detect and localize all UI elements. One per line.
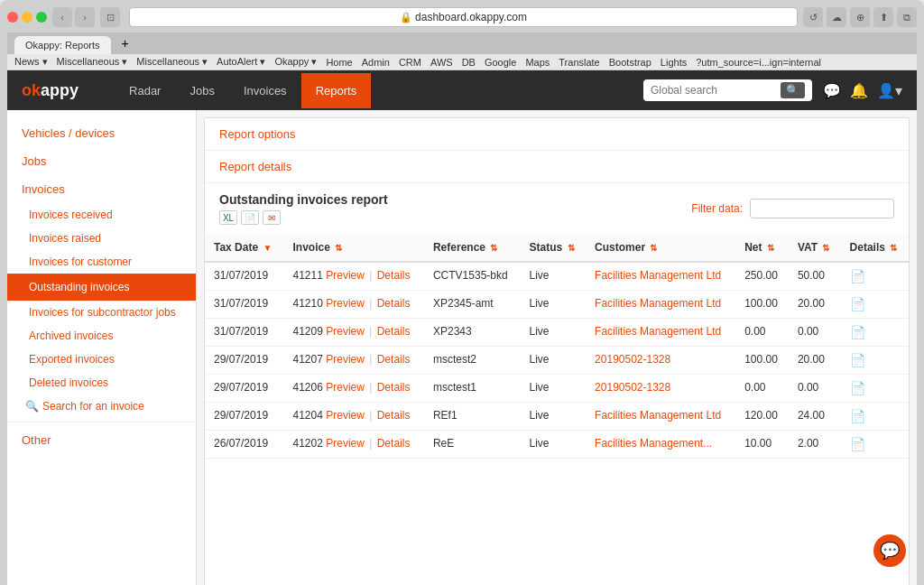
invoice-details-link[interactable]: Details bbox=[377, 381, 411, 394]
doc-icon[interactable]: 📄 bbox=[850, 297, 865, 311]
cloud-button[interactable]: ☁ bbox=[827, 7, 846, 27]
doc-icon[interactable]: 📄 bbox=[850, 409, 865, 423]
chat-icon[interactable]: 💬 bbox=[823, 82, 841, 99]
new-tab-button[interactable]: + bbox=[115, 32, 136, 54]
invoice-preview-link[interactable]: Preview bbox=[326, 269, 365, 282]
invoice-details-link[interactable]: Details bbox=[377, 297, 411, 310]
invoice-preview-link[interactable]: Preview bbox=[326, 409, 365, 422]
col-net[interactable]: Net ⇅ bbox=[735, 234, 789, 262]
invoice-details-link[interactable]: Details bbox=[377, 325, 411, 338]
col-status[interactable]: Status ⇅ bbox=[520, 234, 586, 262]
bookmark-home[interactable]: Home bbox=[326, 56, 352, 68]
share-button[interactable]: ⬆ bbox=[873, 7, 893, 27]
bookmark-crm[interactable]: CRM bbox=[399, 56, 421, 68]
bookmark-admin[interactable]: Admin bbox=[362, 56, 390, 68]
bookmark-maps[interactable]: Maps bbox=[525, 56, 550, 68]
sidebar-item-invoices-raised[interactable]: Invoices raised bbox=[7, 227, 196, 250]
invoice-preview-link[interactable]: Preview bbox=[326, 325, 365, 338]
active-tab[interactable]: Okappy: Reports bbox=[14, 36, 111, 54]
search-input[interactable] bbox=[651, 84, 777, 97]
nav-reports[interactable]: Reports bbox=[301, 73, 372, 108]
sidebar-item-search-invoice[interactable]: 🔍 Search for an invoice bbox=[7, 395, 196, 418]
export-xl-button[interactable]: XL bbox=[219, 210, 237, 225]
cell-customer: Facilities Management Ltd bbox=[586, 319, 735, 347]
user-menu-icon[interactable]: 👤▾ bbox=[877, 82, 902, 99]
col-details[interactable]: Details ⇅ bbox=[841, 234, 909, 262]
invoice-details-link[interactable]: Details bbox=[377, 353, 411, 366]
invoice-details-link[interactable]: Details bbox=[377, 437, 411, 450]
export-email-button[interactable]: ✉ bbox=[263, 210, 281, 225]
customer-link[interactable]: Facilities Management Ltd bbox=[595, 409, 721, 422]
chat-bubble[interactable]: 💬 bbox=[873, 534, 906, 567]
col-vat[interactable]: VAT ⇅ bbox=[789, 234, 841, 262]
col-invoice[interactable]: Invoice ⇅ bbox=[284, 234, 424, 262]
customer-link[interactable]: Facilities Management... bbox=[595, 437, 712, 450]
customer-link[interactable]: Facilities Management Ltd bbox=[595, 325, 721, 338]
col-tax-date[interactable]: Tax Date ▼ bbox=[205, 234, 284, 262]
bookmark-misc2[interactable]: Miscellaneous ▾ bbox=[136, 56, 208, 68]
bookmark-news[interactable]: News ▾ bbox=[14, 56, 48, 68]
sidebar-section-other[interactable]: Other bbox=[7, 426, 196, 454]
col-customer[interactable]: Customer ⇅ bbox=[586, 234, 735, 262]
sidebar-item-invoices-subcontractor[interactable]: Invoices for subcontractor jobs bbox=[7, 301, 196, 324]
report-details-link[interactable]: Report details bbox=[219, 160, 291, 173]
doc-icon[interactable]: 📄 bbox=[850, 437, 865, 451]
invoice-preview-link[interactable]: Preview bbox=[326, 353, 365, 366]
back-button[interactable]: ‹ bbox=[52, 7, 72, 27]
browser-chrome: ‹ › ⊡ 🔒 dashboard.okappy.com ↺ ☁ ⊕ ⬆ ⧉ O… bbox=[0, 0, 924, 585]
bookmark-aws[interactable]: AWS bbox=[430, 56, 453, 68]
invoice-preview-link[interactable]: Preview bbox=[326, 437, 365, 450]
address-bar[interactable]: 🔒 dashboard.okappy.com bbox=[129, 7, 798, 27]
cell-customer: 20190502-1328 bbox=[586, 375, 735, 403]
doc-icon[interactable]: 📄 bbox=[850, 353, 865, 367]
table-row: 31/07/2019 41210 Preview | Details XP234… bbox=[205, 291, 909, 319]
customer-link[interactable]: Facilities Management Ltd bbox=[595, 269, 721, 282]
bookmark-okappy[interactable]: Okappy ▾ bbox=[274, 56, 317, 68]
invoice-preview-link[interactable]: Preview bbox=[326, 297, 365, 310]
search-button[interactable]: 🔍 bbox=[781, 82, 805, 98]
export-csv-button[interactable]: 📄 bbox=[241, 210, 259, 225]
bookmark-autoalert[interactable]: AutoAlert ▾ bbox=[217, 56, 265, 68]
invoice-details-link[interactable]: Details bbox=[377, 269, 411, 282]
sidebar-section-vehicles[interactable]: Vehicles / devices bbox=[7, 119, 196, 147]
sidebar-item-invoices-customer[interactable]: Invoices for customer bbox=[7, 250, 196, 274]
bookmark-lights[interactable]: Lights bbox=[661, 56, 687, 68]
nav-radar[interactable]: Radar bbox=[115, 73, 175, 108]
sidebar-section-invoices[interactable]: Invoices bbox=[7, 175, 196, 203]
invoice-preview-link[interactable]: Preview bbox=[326, 381, 365, 394]
maximize-button[interactable] bbox=[36, 12, 47, 23]
sidebar-item-exported-invoices[interactable]: Exported invoices bbox=[7, 348, 196, 371]
customer-link[interactable]: Facilities Management Ltd bbox=[595, 297, 721, 310]
col-reference[interactable]: Reference ⇅ bbox=[424, 234, 521, 262]
forward-button[interactable]: › bbox=[75, 7, 95, 27]
sidebar-item-outstanding-invoices[interactable]: Outstanding invoices bbox=[7, 274, 196, 301]
doc-icon[interactable]: 📄 bbox=[850, 269, 865, 283]
app-logo[interactable]: okappy bbox=[22, 81, 79, 100]
sidebar-item-archived-invoices[interactable]: Archived invoices bbox=[7, 324, 196, 348]
window-button[interactable]: ⊡ bbox=[100, 7, 120, 27]
sidebar-item-invoices-received[interactable]: Invoices received bbox=[7, 203, 196, 227]
bookmark-misc1[interactable]: Miscellaneous ▾ bbox=[57, 56, 128, 68]
shield-button[interactable]: ⊕ bbox=[850, 7, 870, 27]
customer-link[interactable]: 20190502-1328 bbox=[595, 381, 670, 394]
reload-button[interactable]: ↺ bbox=[803, 7, 823, 27]
sidebar-section-jobs[interactable]: Jobs bbox=[7, 147, 196, 175]
filter-input[interactable] bbox=[750, 199, 894, 218]
doc-icon[interactable]: 📄 bbox=[850, 325, 865, 339]
notification-icon[interactable]: 🔔 bbox=[850, 82, 868, 99]
bookmark-bootstrap[interactable]: Bootstrap bbox=[609, 56, 651, 68]
doc-icon[interactable]: 📄 bbox=[850, 381, 865, 395]
bookmark-translate[interactable]: Translate bbox=[559, 56, 599, 68]
sidebar-item-deleted-invoices[interactable]: Deleted invoices bbox=[7, 371, 196, 395]
report-options-link[interactable]: Report options bbox=[219, 127, 296, 141]
nav-jobs[interactable]: Jobs bbox=[175, 73, 228, 108]
minimize-button[interactable] bbox=[22, 12, 32, 23]
bookmark-utm[interactable]: ?utm_source=i...ign=internal bbox=[696, 56, 821, 68]
nav-invoices[interactable]: Invoices bbox=[229, 73, 301, 108]
window2-button[interactable]: ⧉ bbox=[897, 7, 917, 27]
customer-link[interactable]: 20190502-1328 bbox=[595, 353, 670, 366]
invoice-details-link[interactable]: Details bbox=[377, 409, 411, 422]
bookmark-google[interactable]: Google bbox=[485, 56, 516, 68]
bookmark-db[interactable]: DB bbox=[462, 56, 476, 68]
close-button[interactable] bbox=[7, 12, 18, 23]
